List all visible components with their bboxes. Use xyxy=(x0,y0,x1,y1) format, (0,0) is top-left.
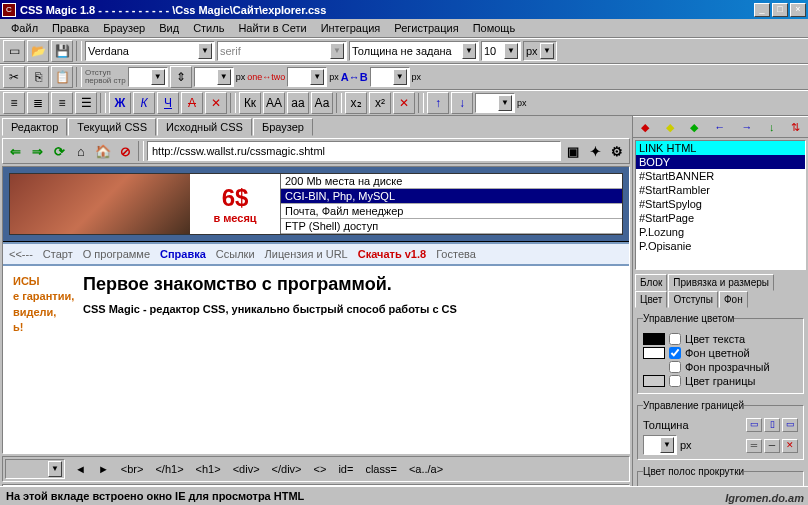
font-generic-combo[interactable]: serif▼ xyxy=(217,41,347,61)
tag-class[interactable]: class= xyxy=(363,462,399,476)
tag-combo[interactable]: ▼ xyxy=(5,459,65,479)
align-justify-button[interactable]: ☰ xyxy=(75,92,97,114)
homepage-button[interactable]: 🏠 xyxy=(93,141,113,161)
tag-id[interactable]: id= xyxy=(336,462,355,476)
text-color-check[interactable] xyxy=(669,333,681,345)
unit-combo[interactable]: px▼ xyxy=(523,41,557,61)
tab-editor[interactable]: Редактор xyxy=(2,118,67,136)
cut-button[interactable]: ✂ xyxy=(3,66,25,88)
tag-br[interactable]: <br> xyxy=(119,462,146,476)
favorites-button[interactable]: ✦ xyxy=(585,141,605,161)
align-center-button[interactable]: ≣ xyxy=(27,92,49,114)
offset-input[interactable]: ▼ xyxy=(475,93,515,113)
color-swatch-3[interactable]: ◆ xyxy=(690,121,698,134)
menu-search[interactable]: Найти в Сети xyxy=(231,20,313,36)
border-all-icon[interactable]: ▯ xyxy=(764,418,780,432)
spacing-input[interactable]: ▼ xyxy=(194,67,234,87)
close-button[interactable]: × xyxy=(790,3,806,17)
save-button[interactable]: 💾 xyxy=(51,40,73,62)
spacing3-input[interactable]: ▼ xyxy=(370,67,410,87)
border-color-check[interactable] xyxy=(669,375,681,387)
valign-button[interactable]: ⇕ xyxy=(170,66,192,88)
down-button[interactable]: ↓ xyxy=(451,92,473,114)
clear-format-button[interactable]: ✕ xyxy=(205,92,227,114)
stop-button[interactable]: ⊘ xyxy=(115,141,135,161)
nav-license[interactable]: Лицензия и URL xyxy=(265,248,348,260)
bg-color-check[interactable] xyxy=(669,347,681,359)
menu-file[interactable]: Файл xyxy=(4,20,45,36)
go-button[interactable]: ▣ xyxy=(563,141,583,161)
color-swatch-1[interactable]: ◆ xyxy=(641,121,649,134)
forward-button[interactable]: ⇒ xyxy=(27,141,47,161)
tab-browser[interactable]: Браузер xyxy=(253,118,313,136)
nav-back[interactable]: <<--- xyxy=(9,248,33,260)
tab-padding[interactable]: Отступы xyxy=(668,291,718,308)
up-button[interactable]: ↑ xyxy=(427,92,449,114)
sub-button[interactable]: x₂ xyxy=(345,92,367,114)
settings-icon[interactable]: ⚙ xyxy=(607,141,627,161)
tag-a[interactable]: <a../a> xyxy=(407,462,445,476)
tab-position[interactable]: Привязка и размеры xyxy=(668,274,774,291)
tab-current-css[interactable]: Текущий CSS xyxy=(68,118,156,136)
arrow-left-icon[interactable]: ← xyxy=(714,121,725,133)
arrow-down-icon[interactable]: ↓ xyxy=(769,121,775,133)
nav-help[interactable]: Справка xyxy=(160,248,206,260)
tag-prev[interactable]: ◄ xyxy=(73,462,88,476)
border-color-swatch[interactable] xyxy=(643,375,665,387)
updown-icon[interactable]: ⇅ xyxy=(791,121,800,134)
bg-color-swatch[interactable] xyxy=(643,347,665,359)
menu-browser[interactable]: Браузер xyxy=(96,20,152,36)
open-button[interactable]: 📂 xyxy=(27,40,49,62)
banner-features[interactable]: 200 Mb места на диске CGI-BIN, Php, MySQ… xyxy=(280,174,622,234)
menu-edit[interactable]: Правка xyxy=(45,20,96,36)
color-swatch-2[interactable]: ◆ xyxy=(666,121,674,134)
spacing2-input[interactable]: ▼ xyxy=(287,67,327,87)
border-top-icon[interactable]: ▭ xyxy=(746,418,762,432)
transparent-check[interactable] xyxy=(669,361,681,373)
tag-div[interactable]: <div> xyxy=(231,462,262,476)
menu-integration[interactable]: Интеграция xyxy=(314,20,388,36)
tag-generic[interactable]: <> xyxy=(312,462,329,476)
border-style-1[interactable]: ═ xyxy=(746,439,762,453)
border-style-2[interactable]: ─ xyxy=(764,439,780,453)
border-clear[interactable]: ✕ xyxy=(782,439,798,453)
border-side-icon[interactable]: ▭ xyxy=(782,418,798,432)
menu-help[interactable]: Помощь xyxy=(466,20,523,36)
lowercase-button[interactable]: аа xyxy=(287,92,309,114)
tab-source-css[interactable]: Исходный CSS xyxy=(157,118,252,136)
smallcaps-button[interactable]: Кк xyxy=(239,92,261,114)
minimize-button[interactable]: _ xyxy=(754,3,770,17)
tag-div-close[interactable]: </div> xyxy=(270,462,304,476)
nav-start[interactable]: Старт xyxy=(43,248,73,260)
text-color-swatch[interactable] xyxy=(643,333,665,345)
refresh-button[interactable]: ⟳ xyxy=(49,141,69,161)
nav-guest[interactable]: Гостева xyxy=(436,248,476,260)
home-button[interactable]: ⌂ xyxy=(71,141,91,161)
indent-input[interactable]: ▼ xyxy=(128,67,168,87)
size-combo[interactable]: 10▼ xyxy=(481,41,521,61)
tag-h1-close[interactable]: </h1> xyxy=(153,462,185,476)
tab-background[interactable]: Фон xyxy=(719,291,748,308)
font-family-combo[interactable]: Verdana▼ xyxy=(85,41,215,61)
back-button[interactable]: ⇐ xyxy=(5,141,25,161)
menu-register[interactable]: Регистрация xyxy=(387,20,465,36)
tag-h1[interactable]: <h1> xyxy=(194,462,223,476)
underline-button[interactable]: Ч xyxy=(157,92,179,114)
border-width-input[interactable]: ▼ xyxy=(643,435,677,455)
tab-block[interactable]: Блок xyxy=(635,274,667,291)
align-left-button[interactable]: ≡ xyxy=(3,92,25,114)
menu-view[interactable]: Вид xyxy=(152,20,186,36)
paste-button[interactable]: 📋 xyxy=(51,66,73,88)
align-right-button[interactable]: ≡ xyxy=(51,92,73,114)
element-list[interactable]: LINK HTML BODY #StartBANNER #StartRamble… xyxy=(635,140,806,270)
url-input[interactable] xyxy=(147,141,561,161)
copy-button[interactable]: ⎘ xyxy=(27,66,49,88)
italic-button[interactable]: К xyxy=(133,92,155,114)
tab-color[interactable]: Цвет xyxy=(635,291,667,308)
tag-next[interactable]: ► xyxy=(96,462,111,476)
menu-style[interactable]: Стиль xyxy=(186,20,231,36)
strike-button[interactable]: А xyxy=(181,92,203,114)
new-button[interactable]: ▭ xyxy=(3,40,25,62)
nav-links[interactable]: Ссылки xyxy=(216,248,255,260)
bold-button[interactable]: Ж xyxy=(109,92,131,114)
